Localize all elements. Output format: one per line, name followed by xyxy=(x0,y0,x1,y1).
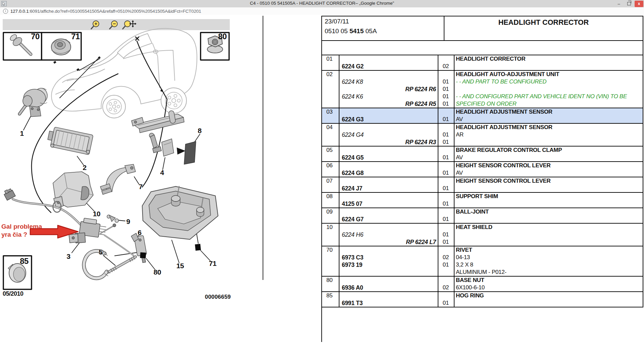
document-part-number: 0510 05 5415 05A xyxy=(325,27,444,35)
parts-row-02[interactable]: 02HEADLIGHT AUTO-ADJUSTMENT UNIT6224 K80… xyxy=(322,71,643,108)
parts-row-07[interactable]: 07HEIGHT SENSOR CONTROL LEVER6224 J701 xyxy=(322,177,643,193)
parts-row-85[interactable]: 85HOG RING6991 T301 xyxy=(322,292,643,307)
parts-row-05[interactable]: 05BRAKE REGULATOR CONTROL CLAMP6224 G501… xyxy=(322,147,643,162)
parts-row-09[interactable]: 09BALL-JOINT6224 G701 xyxy=(322,208,643,224)
part-8-shim[interactable] xyxy=(184,141,196,164)
parts-table: 01HEADLIGHT CORRECTOR6224 G20202HEADLIGH… xyxy=(321,55,643,307)
thumbnail-boxes[interactable] xyxy=(3,33,229,289)
callout-2[interactable]: 2 xyxy=(83,164,86,172)
callout-8[interactable]: 8 xyxy=(198,127,201,135)
part-4-bracket[interactable] xyxy=(131,110,185,156)
annotation-line2: yra čia ? xyxy=(1,231,42,239)
callout-3[interactable]: 3 xyxy=(66,252,70,260)
part-9-ball-joint[interactable] xyxy=(107,215,119,223)
window-title: C4 - 0510 05 541505A - HEADLIGHT CORRECT… xyxy=(0,1,644,6)
callout-7[interactable]: 7 xyxy=(139,183,142,191)
parts-row-04[interactable]: 04HEADLIGHT ADJUSTMENT SENSOR6224 G401AR… xyxy=(322,124,643,147)
callout-80[interactable]: 80 xyxy=(154,268,161,276)
close-button[interactable]: x xyxy=(635,1,643,7)
part-7-lever[interactable] xyxy=(100,164,136,194)
restore-icon xyxy=(627,2,631,5)
browser-window: C4 - 0510 05 541505A - HEADLIGHT CORRECT… xyxy=(0,0,644,348)
parts-table-panel: 23/07/11 0510 05 5415 05A HEADLIGHT CORR… xyxy=(321,16,643,342)
restore-button[interactable] xyxy=(625,1,633,7)
callout-15[interactable]: 15 xyxy=(176,262,184,270)
part-5-link-rod[interactable] xyxy=(108,256,136,272)
info-icon[interactable]: i xyxy=(3,9,8,14)
parts-row-70[interactable]: 70RIVET6973 C30204-136973 19013,2 X 8ALU… xyxy=(322,246,643,277)
parts-row-06[interactable]: 06HEIGHT SENSOR CONTROL LEVER6224 G801AV xyxy=(322,162,643,177)
part-2-ecu[interactable] xyxy=(46,126,93,155)
drawing-number: 00006659 xyxy=(199,294,231,300)
parts-row-01[interactable]: 01HEADLIGHT CORRECTOR6224 G202 xyxy=(322,55,643,71)
part-15-tray[interactable] xyxy=(142,186,218,239)
nut-thumbnail xyxy=(51,39,71,55)
callout-71[interactable]: 71 xyxy=(209,259,216,268)
table-tail-border xyxy=(321,307,322,342)
panel-separator xyxy=(263,16,263,280)
u-clip[interactable] xyxy=(84,251,110,278)
annotation-line1: Gal problema xyxy=(1,223,42,231)
callout-5[interactable]: 5 xyxy=(99,248,102,256)
document-info: 23/07/11 0510 05 5415 05A xyxy=(322,16,444,40)
callout-70[interactable]: 70 xyxy=(31,32,40,41)
table-title: HEADLIGHT CORRECTOR xyxy=(444,16,643,40)
parts-row-08[interactable]: 08SUPPORT SHIM4125 0701 xyxy=(322,193,643,208)
document-date: 23/07/11 xyxy=(325,18,444,25)
callout-6[interactable]: 6 xyxy=(138,229,141,237)
revision-stamp: 05/2010 xyxy=(3,290,23,297)
callout-80[interactable]: 80 xyxy=(218,32,227,41)
url-bar[interactable]: i 127.0.0.1:6091/affiche.do?ref=05100554… xyxy=(0,7,644,15)
callout-85[interactable]: 85 xyxy=(20,256,29,266)
callout-10[interactable]: 10 xyxy=(93,210,100,218)
fastener-mark-80 xyxy=(140,252,146,258)
diagram-panel: 7071808512345678910157180 Gal problema y… xyxy=(0,15,263,348)
problem-annotation: Gal problema yra čia ? xyxy=(1,223,42,239)
callout-9[interactable]: 9 xyxy=(126,218,130,226)
parts-row-10[interactable]: 10HEAT SHIELD6224 H601RP 6224 L701 xyxy=(322,224,643,246)
fastener-mark-71 xyxy=(195,244,201,251)
header-spacer xyxy=(321,41,643,55)
parts-row-80[interactable]: 80BASE NUT6936 A0026X100-6-10 xyxy=(322,277,643,292)
callout-1[interactable]: 1 xyxy=(20,129,23,137)
minimize-button[interactable]: – xyxy=(614,1,623,7)
table-header: 23/07/11 0510 05 5415 05A HEADLIGHT CORR… xyxy=(321,16,643,41)
parts-row-03[interactable]: 03HEADLIGHT ADJUSTMENT SENSOR6224 G301AV xyxy=(322,108,643,124)
part-1-corrector[interactable] xyxy=(19,88,47,117)
callout-4[interactable]: 4 xyxy=(160,169,164,177)
window-titlebar[interactable]: C4 - 0510 05 541505A - HEADLIGHT CORRECT… xyxy=(0,0,644,8)
callout-71[interactable]: 71 xyxy=(71,32,80,41)
url-text[interactable]: 127.0.0.1:6091/affiche.do?ref=0510055415… xyxy=(10,9,201,14)
